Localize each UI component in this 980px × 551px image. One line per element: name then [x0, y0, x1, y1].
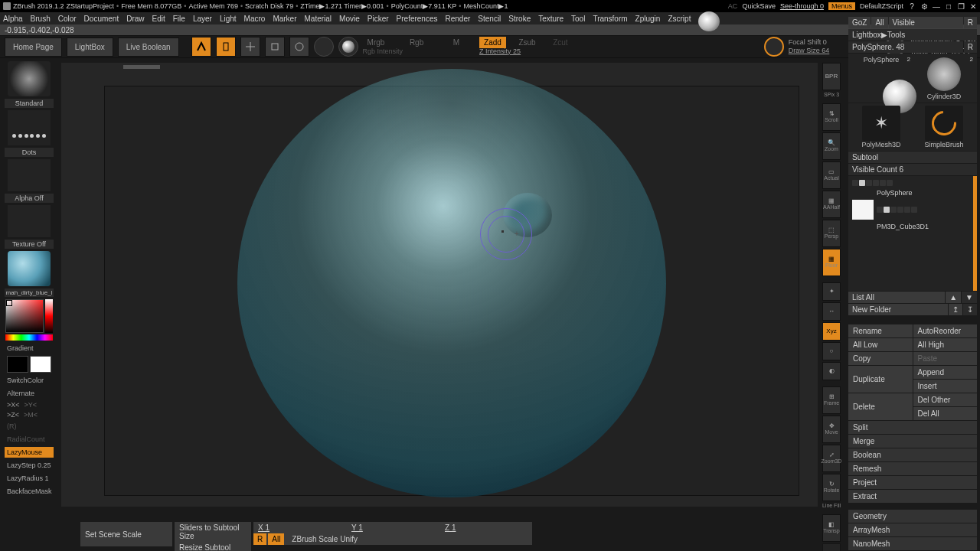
subtool-header[interactable]: Subtool: [848, 152, 977, 163]
canvas[interactable]: +: [104, 86, 799, 496]
paste-button[interactable]: Paste: [913, 352, 978, 365]
menu-color[interactable]: Color: [58, 15, 77, 23]
lsym-button[interactable]: ↔: [822, 302, 841, 321]
delete-button[interactable]: Delete: [848, 393, 913, 420]
menu-marker[interactable]: Marker: [273, 15, 296, 23]
menu-brush[interactable]: Brush: [31, 15, 51, 23]
rotate-3d-button[interactable]: ↻Rotate: [822, 474, 841, 501]
backface-button[interactable]: BackfaceMask: [5, 486, 54, 497]
menu-layer[interactable]: Layer: [193, 15, 212, 23]
goz-r-button[interactable]: R: [964, 17, 977, 28]
insert-button[interactable]: Insert: [913, 380, 978, 393]
sym-m[interactable]: >M<: [24, 411, 38, 419]
linefill-label[interactable]: Line Fill: [822, 503, 841, 508]
switchcolor-button[interactable]: SwitchColor: [5, 375, 54, 386]
xyz-button[interactable]: Xyz: [822, 322, 841, 341]
radialcount-label[interactable]: RadialCount: [5, 434, 54, 445]
texture-thumb[interactable]: [8, 205, 51, 237]
scroll-button[interactable]: ⇅Scroll: [822, 103, 841, 131]
alpha-thumb[interactable]: [8, 159, 51, 191]
rotate-mode-icon[interactable]: [289, 37, 309, 57]
menu-draw[interactable]: Draw: [126, 15, 144, 23]
menu-texture[interactable]: Texture: [538, 15, 564, 23]
viewport[interactable]: +: [61, 63, 818, 507]
menu-movie[interactable]: Movie: [339, 15, 360, 23]
append-button[interactable]: Append: [913, 366, 978, 379]
tool-simplebrush[interactable]: SimpleBrush: [913, 106, 975, 148]
lazyradius-slider[interactable]: LazyRadius 1: [5, 473, 54, 484]
menu-light[interactable]: Light: [220, 15, 237, 23]
floor-button[interactable]: ▦Floor: [822, 249, 841, 276]
listall-button[interactable]: List All: [848, 292, 945, 303]
draw-mode-icon[interactable]: [216, 37, 236, 57]
down-arrow-icon[interactable]: ▼: [962, 292, 977, 303]
duplicate-button[interactable]: Duplicate: [848, 366, 913, 393]
menu-file[interactable]: File: [173, 15, 185, 23]
subtool-scrollbar[interactable]: [973, 176, 977, 291]
menu-render[interactable]: Render: [446, 15, 471, 23]
sym-y[interactable]: >Y<: [24, 401, 38, 409]
alllow-button[interactable]: All Low: [848, 338, 913, 351]
tool-polymesh3d[interactable]: ✶ PolyMesh3D: [851, 106, 912, 148]
menu-stencil[interactable]: Stencil: [478, 15, 501, 23]
menu-macro[interactable]: Macro: [244, 15, 266, 23]
delother-button[interactable]: Del Other: [913, 393, 978, 406]
tool-polysphere-1[interactable]: 2 PolySphere: [851, 56, 912, 100]
spix-label[interactable]: SPix 3: [824, 92, 839, 97]
delall-button[interactable]: Del All: [913, 407, 978, 420]
all-toggle[interactable]: All: [268, 533, 284, 545]
zadd-button[interactable]: Zadd: [479, 37, 506, 48]
menu-tool[interactable]: Tool: [571, 15, 585, 23]
focal-dial[interactable]: [764, 37, 784, 57]
y-slider[interactable]: Y 1: [347, 522, 439, 533]
tool-cylinder3d[interactable]: 2 Cylinder3D: [913, 56, 975, 100]
menu-picker[interactable]: Picker: [368, 15, 389, 23]
newfolder-button[interactable]: New Folder: [848, 304, 948, 315]
edit-mode-icon[interactable]: [191, 37, 211, 57]
subtool-cube3d1[interactable]: [851, 198, 975, 221]
actual-button[interactable]: ▭Actual: [822, 161, 841, 189]
menu-transform[interactable]: Transform: [593, 15, 627, 23]
scale-unify-button[interactable]: ZBrush Scale Unify: [286, 533, 364, 545]
move-3d-button[interactable]: ✥Move: [822, 416, 841, 443]
move-mode-icon[interactable]: [240, 37, 260, 57]
zsub-button[interactable]: Zsub: [514, 37, 540, 48]
z-slider[interactable]: Z 1: [440, 522, 532, 533]
menu-document[interactable]: Document: [84, 15, 119, 23]
seethrough-slider[interactable]: See-through 0: [780, 2, 824, 10]
menu-zplugin[interactable]: Zplugin: [635, 15, 661, 23]
remesh-section[interactable]: Remesh: [848, 462, 977, 476]
help-icon[interactable]: ?: [908, 2, 916, 10]
polysphere-count[interactable]: PolySphere. 48: [848, 41, 963, 53]
goz-visible-button[interactable]: Visible: [889, 17, 963, 28]
lazystep-slider[interactable]: LazyStep 0.25: [5, 460, 54, 471]
swatch-white[interactable]: [30, 356, 51, 373]
focal-shift-slider[interactable]: Focal Shift 0: [789, 38, 830, 47]
rename-button[interactable]: Rename: [848, 324, 913, 337]
set-scene-scale-button[interactable]: Set Scene Scale: [80, 522, 172, 546]
zoom-button[interactable]: 🔍Zoom: [822, 132, 841, 160]
close-icon[interactable]: ✕: [969, 2, 977, 10]
menu-preferences[interactable]: Preferences: [397, 15, 438, 23]
zcut-button[interactable]: Zcut: [548, 37, 572, 48]
menus-button[interactable]: Menus: [828, 2, 855, 10]
mesh-polysphere[interactable]: [237, 69, 666, 497]
tool-r-button[interactable]: R: [964, 41, 977, 53]
lightbox-tools-header[interactable]: Lightbox▶Tools: [848, 29, 977, 41]
stroke-thumb[interactable]: [8, 110, 51, 145]
lightbox-button[interactable]: LightBox: [67, 37, 113, 57]
sliders-label[interactable]: Sliders to Subtool Size: [175, 522, 251, 542]
allhigh-button[interactable]: All High: [913, 338, 978, 351]
settings-icon[interactable]: ⚙: [920, 2, 928, 10]
sym-z[interactable]: >Z<: [7, 411, 19, 419]
merge-section[interactable]: Merge: [848, 435, 977, 448]
r-label[interactable]: (R): [5, 421, 54, 432]
draw-size-slider[interactable]: Draw Size 64: [789, 47, 830, 55]
m-button[interactable]: M: [449, 37, 464, 48]
boolean-section[interactable]: Boolean: [848, 448, 977, 462]
lock-button[interactable]: ◐: [822, 362, 841, 380]
color-picker[interactable]: [5, 299, 53, 341]
menu-edit[interactable]: Edit: [152, 15, 165, 23]
alternate-button[interactable]: Alternate: [5, 388, 54, 399]
z-intensity-slider[interactable]: Z Intensity 25: [479, 47, 573, 56]
